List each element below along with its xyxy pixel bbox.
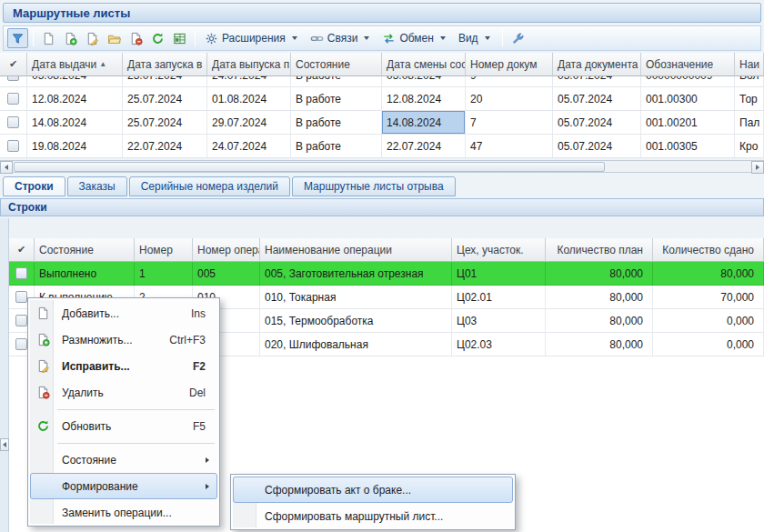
row-checkbox[interactable] bbox=[7, 116, 19, 128]
exchange-menu-button[interactable]: Обмен bbox=[377, 28, 453, 48]
row-checkbox[interactable] bbox=[15, 315, 27, 326]
cell[interactable]: 001.00300 bbox=[641, 87, 735, 111]
cell[interactable]: 1 bbox=[135, 262, 193, 286]
cell[interactable]: Кро bbox=[735, 135, 764, 158]
table-row[interactable]: 05.08.2024 23.07.2024 24.07.2024 В работ… bbox=[0, 76, 764, 87]
cell[interactable]: 12.08.2024 bbox=[382, 87, 466, 111]
cell[interactable]: Пал bbox=[735, 111, 764, 135]
links-menu-button[interactable]: Связи bbox=[306, 28, 377, 48]
row-select-cell[interactable] bbox=[0, 87, 27, 111]
cell[interactable]: 9 bbox=[466, 76, 553, 87]
cell[interactable]: В работе bbox=[291, 111, 382, 135]
cell[interactable]: Выполнено bbox=[35, 262, 135, 286]
tab-tearoff-sheets[interactable]: Маршрутные листы отрыва bbox=[292, 176, 456, 196]
scroll-left-button[interactable] bbox=[0, 438, 9, 451]
cell[interactable]: 22.07.2024 bbox=[123, 135, 207, 158]
scrollbar-thumb[interactable] bbox=[14, 162, 605, 172]
cell[interactable]: 020, Шлифовальная bbox=[260, 333, 452, 356]
bottom-col-header-op-number[interactable]: Номер опера bbox=[193, 238, 260, 262]
cell[interactable]: 80,000 bbox=[546, 286, 653, 309]
row-checkbox[interactable] bbox=[7, 140, 19, 152]
bottom-col-header-qty-done[interactable]: Количество сдано bbox=[653, 238, 764, 262]
cell[interactable]: Ц03 bbox=[452, 309, 546, 333]
cell[interactable]: 01.08.2024 bbox=[207, 87, 291, 111]
duplicate-document-button[interactable] bbox=[60, 28, 81, 48]
row-checkbox[interactable] bbox=[7, 93, 19, 105]
menu-item-state[interactable]: Состояние bbox=[30, 447, 217, 473]
row-checkbox[interactable] bbox=[15, 291, 27, 303]
cell[interactable]: 70,000 bbox=[653, 286, 764, 309]
top-col-header-doc-date[interactable]: Дата документа bbox=[553, 53, 641, 76]
table-row[interactable]: 14.08.2024 25.07.2024 29.07.2024 В работ… bbox=[0, 111, 764, 135]
cell[interactable]: 05.08.2024 bbox=[27, 76, 123, 87]
top-select-all-header[interactable]: ✔ bbox=[0, 53, 27, 76]
cell[interactable]: Ц02.01 bbox=[452, 286, 546, 309]
cell[interactable]: 19.08.2024 bbox=[27, 135, 123, 158]
row-checkbox[interactable] bbox=[15, 338, 27, 350]
row-select-cell[interactable] bbox=[9, 262, 35, 286]
bottom-left-scrollbar[interactable] bbox=[0, 218, 9, 532]
cell[interactable]: 25.07.2024 bbox=[123, 87, 207, 111]
cell[interactable]: 001.00201 bbox=[641, 111, 735, 135]
cell[interactable]: Вол bbox=[735, 76, 764, 87]
top-col-header-state[interactable]: Состояние bbox=[291, 53, 382, 76]
cell[interactable]: 0,000 bbox=[653, 309, 764, 333]
table-row[interactable]: 12.08.2024 25.07.2024 01.08.2024 В работ… bbox=[0, 87, 764, 111]
extensions-menu-button[interactable]: Расширения bbox=[200, 28, 305, 48]
cell[interactable]: 015, Термообработка bbox=[260, 309, 452, 333]
bottom-col-header-op-name[interactable]: Наименование операции bbox=[260, 238, 452, 262]
cell[interactable]: 24.07.2024 bbox=[207, 76, 291, 87]
tab-stroki[interactable]: Строки bbox=[3, 176, 65, 196]
cell[interactable]: Тор bbox=[735, 87, 764, 111]
cell[interactable]: 80,000 bbox=[653, 262, 764, 286]
selected-cell[interactable]: 14.08.2024 bbox=[382, 111, 466, 135]
row-select-cell[interactable] bbox=[0, 76, 27, 87]
menu-item-add[interactable]: Добавить... Ins bbox=[30, 300, 217, 326]
cell[interactable]: 05.07.2024 bbox=[553, 111, 641, 135]
menu-item-refresh[interactable]: Обновить F5 bbox=[30, 413, 217, 439]
bottom-col-header-state[interactable]: Состояние bbox=[35, 238, 135, 262]
tab-serial-numbers[interactable]: Серийные номера изделий bbox=[129, 176, 290, 196]
top-col-header-date-launch[interactable]: Дата запуска в bbox=[123, 53, 207, 76]
cell[interactable]: 001.00305 bbox=[641, 135, 735, 158]
top-col-header-state-change[interactable]: Дата смены сос bbox=[382, 53, 466, 76]
cell[interactable]: В работе bbox=[291, 87, 382, 111]
cell[interactable]: Ц02.03 bbox=[452, 333, 546, 356]
row-select-cell[interactable] bbox=[0, 111, 27, 135]
menu-item-create-route-sheet[interactable]: Сформировать маршрутный лист... bbox=[233, 503, 513, 529]
refresh-button[interactable] bbox=[147, 28, 168, 48]
cell[interactable]: 12.08.2024 bbox=[27, 87, 123, 111]
cell[interactable]: 22.07.2024 bbox=[382, 135, 466, 158]
top-grid-hscrollbar[interactable] bbox=[0, 160, 764, 173]
add-document-button[interactable] bbox=[38, 28, 59, 48]
top-col-header-date-issued[interactable]: Дата выдачи▲ bbox=[27, 53, 123, 76]
menu-item-create-defect-act[interactable]: Сформировать акт о браке... bbox=[233, 477, 513, 503]
bottom-select-all-header[interactable]: ✔ bbox=[9, 238, 35, 262]
cell[interactable]: 03.07.2024 bbox=[553, 76, 641, 87]
cell[interactable]: В работе bbox=[291, 135, 382, 158]
bottom-col-header-workshop[interactable]: Цех, участок. bbox=[452, 238, 546, 262]
menu-item-delete[interactable]: Удалить Del bbox=[30, 379, 217, 406]
filter-button[interactable] bbox=[7, 28, 28, 48]
cell[interactable]: 05.07.2024 bbox=[553, 135, 641, 158]
cell[interactable]: 010, Токарная bbox=[260, 286, 452, 309]
edit-document-button[interactable] bbox=[82, 28, 103, 48]
bottom-col-header-qty-plan[interactable]: Количество план bbox=[546, 238, 653, 262]
cell[interactable]: 20 bbox=[466, 87, 553, 111]
menu-item-replace-operations[interactable]: Заменить операции... bbox=[30, 499, 217, 526]
cell[interactable]: 80,000 bbox=[546, 262, 653, 286]
cell[interactable]: 25.07.2024 bbox=[123, 111, 207, 135]
export-excel-button[interactable] bbox=[169, 28, 190, 48]
scroll-left-button[interactable] bbox=[0, 161, 13, 174]
top-col-header-name[interactable]: Наи bbox=[735, 53, 764, 76]
menu-item-forming[interactable]: Формирование bbox=[30, 473, 217, 499]
cell[interactable]: 14.08.2024 bbox=[27, 111, 123, 135]
cell[interactable]: 05.07.2024 bbox=[553, 87, 641, 111]
top-col-header-date-release[interactable]: Дата выпуска п bbox=[207, 53, 291, 76]
table-row[interactable]: 19.08.2024 22.07.2024 24.07.2024 В работ… bbox=[0, 135, 764, 158]
top-col-header-designation[interactable]: Обозначение bbox=[641, 53, 735, 76]
cell[interactable]: 29.07.2024 bbox=[207, 111, 291, 135]
cell[interactable]: 47 bbox=[466, 135, 553, 158]
settings-wrench-button[interactable] bbox=[508, 28, 528, 48]
view-menu-button[interactable]: Вид bbox=[454, 28, 498, 48]
